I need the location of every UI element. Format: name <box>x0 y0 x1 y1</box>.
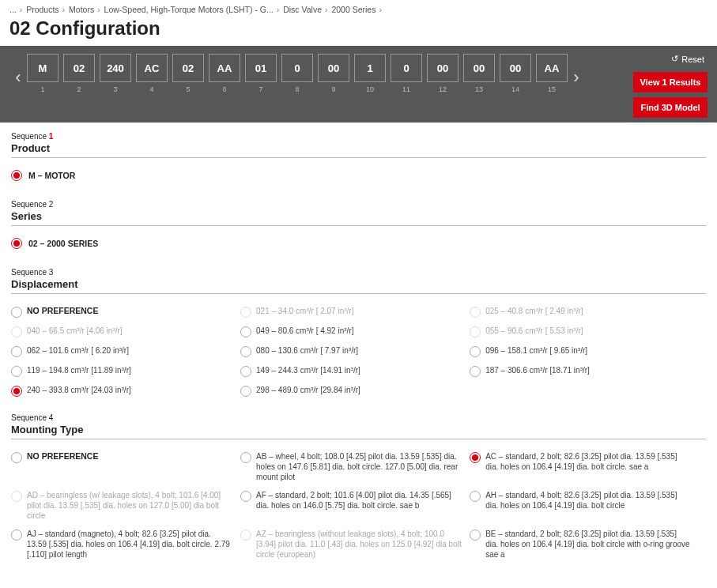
config-slot[interactable]: 110 <box>354 54 386 93</box>
prev-arrow[interactable]: ‹ <box>9 62 27 93</box>
chevron-right-icon: › <box>20 5 23 14</box>
displacement-option[interactable]: 119 – 194.8 cm³/r [11.89 in³/r] <box>11 361 240 381</box>
radio-icon <box>240 386 251 397</box>
option-label: 062 – 101.6 cm³/r [ 6.20 in³/r] <box>27 345 129 356</box>
slot-value: 00 <box>463 54 495 82</box>
mounting-option[interactable]: BE – standard, 2 bolt; 82.6 [3.25] pilot… <box>470 525 699 564</box>
config-slot[interactable]: 08 <box>281 54 313 93</box>
sequence-title: Product <box>11 142 706 158</box>
radio-icon <box>11 307 22 318</box>
breadcrumb-item[interactable]: ... <box>9 5 17 14</box>
mounting-option[interactable]: AH – standard, 4 bolt; 82.6 [3.25] pilot… <box>470 486 699 525</box>
radio-icon <box>470 346 481 357</box>
option-label: 049 – 80.6 cm³/r [ 4.92 in³/r] <box>256 326 353 336</box>
mounting-option[interactable]: AF – standard, 2 bolt; 101.6 [4.00] pilo… <box>240 486 470 525</box>
config-slot[interactable]: 025 <box>172 54 204 93</box>
slot-number: 10 <box>366 85 374 93</box>
config-slot[interactable]: 0014 <box>500 54 531 93</box>
reset-label: Reset <box>681 55 704 64</box>
displacement-option[interactable]: 049 – 80.6 cm³/r [ 4.92 in³/r] <box>240 322 470 341</box>
displacement-option[interactable]: 062 – 101.6 cm³/r [ 6.20 in³/r] <box>11 341 240 361</box>
radio-icon <box>11 170 22 181</box>
radio-icon <box>470 491 481 502</box>
option-label: AJ – standard (magneto), 4 bolt; 82.6 [3… <box>27 529 232 560</box>
mounting-option: AD – bearingless (w/ leakage slots), 4 b… <box>11 486 240 525</box>
slot-number: 9 <box>331 85 335 93</box>
slot-value: 0 <box>391 54 422 82</box>
displacement-option[interactable]: 149 – 244.3 cm³/r [14.91 in³/r] <box>240 361 470 381</box>
mounting-option[interactable]: AB – wheel, 4 bolt; 108.0 [4.25] pilot d… <box>240 447 470 486</box>
radio-icon <box>11 346 22 357</box>
sequence-title: Displacement <box>11 278 706 294</box>
displacement-option[interactable]: 240 – 393.8 cm³/r [24.03 in³/r] <box>11 381 240 401</box>
radio-icon <box>11 366 22 377</box>
radio-icon <box>240 530 251 541</box>
displacement-option[interactable]: 298 – 489.0 cm³/r [29.84 in³/r] <box>240 381 470 401</box>
breadcrumb-item[interactable]: Low-Speed, High-Torque Motors (LSHT) - G… <box>104 5 274 14</box>
slot-value: 1 <box>354 54 386 82</box>
breadcrumb-item[interactable]: Motors <box>69 5 94 14</box>
slot-value: 240 <box>100 54 131 82</box>
radio-icon <box>240 346 251 357</box>
option-label: AD – bearingless (w/ leakage slots), 4 b… <box>27 490 232 521</box>
config-slot[interactable]: 0013 <box>463 54 495 93</box>
sequence-label: Sequence 4 <box>11 413 706 422</box>
breadcrumb: ...› Products› Motors› Low-Speed, High-T… <box>0 0 717 16</box>
radio-icon <box>240 366 251 377</box>
config-slot[interactable]: 009 <box>318 54 349 93</box>
displacement-option[interactable]: 096 – 158.1 cm³/r [ 9.65 in³/r] <box>470 341 699 361</box>
option-m-motor[interactable]: M – MOTOR <box>11 166 706 187</box>
radio-icon <box>11 238 22 249</box>
option-label: AH – standard, 4 bolt; 82.6 [3.25] pilot… <box>485 490 691 511</box>
config-slot[interactable]: 011 <box>391 54 422 93</box>
config-slot[interactable]: AC4 <box>136 54 168 93</box>
slot-number: 5 <box>186 85 190 93</box>
displacement-option[interactable]: 187 – 306.6 cm³/r [18.71 in³/r] <box>470 361 699 381</box>
config-slot[interactable]: 2403 <box>100 54 131 93</box>
find-3d-model-button[interactable]: Find 3D Model <box>633 97 708 118</box>
displacement-option[interactable]: 080 – 130.6 cm³/r [ 7.97 in³/r] <box>240 341 470 361</box>
option-label: 240 – 393.8 cm³/r [24.03 in³/r] <box>27 385 131 395</box>
breadcrumb-item[interactable]: 2000 Series <box>331 5 375 14</box>
config-slot[interactable]: 017 <box>245 54 277 93</box>
slot-number: 1 <box>40 85 44 93</box>
next-arrow[interactable]: › <box>568 62 585 93</box>
mounting-option[interactable]: AJ – standard (magneto), 4 bolt; 82.6 [3… <box>11 525 240 564</box>
option-label: AF – standard, 2 bolt; 101.6 [4.00] pilo… <box>256 490 462 511</box>
slot-value: 01 <box>245 54 277 82</box>
config-slot[interactable]: 022 <box>63 54 95 93</box>
displacement-option: 040 – 66.5 cm³/r [4.06 in³/r] <box>11 322 240 341</box>
slot-number: 11 <box>402 85 410 93</box>
sequence-label: Sequence 3 <box>11 268 706 277</box>
slot-number: 14 <box>511 85 519 93</box>
reset-button[interactable]: ↺ Reset <box>633 54 708 67</box>
option-label: NO PREFERENCE <box>27 306 98 317</box>
config-slot[interactable]: 0012 <box>427 54 459 93</box>
breadcrumb-item[interactable]: Disc Valve <box>283 5 322 14</box>
option-no-preference[interactable]: NO PREFERENCE <box>11 447 240 486</box>
chevron-right-icon: › <box>325 5 328 14</box>
view-results-button[interactable]: View 1 Results <box>633 72 708 92</box>
mounting-option[interactable]: AC – standard, 2 bolt; 82.6 [3.25] pilot… <box>470 447 699 486</box>
chevron-right-icon: › <box>277 5 280 14</box>
slot-number: 6 <box>222 85 226 93</box>
sequence-3: Sequence 3 Displacement NO PREFERENCE 02… <box>0 258 717 404</box>
config-slot[interactable]: AA6 <box>209 54 240 93</box>
slot-number: 4 <box>149 85 153 93</box>
config-slot[interactable]: AA15 <box>536 54 568 93</box>
option-02-2000-series[interactable]: 02 – 2000 SERIES <box>11 234 706 255</box>
option-label: NO PREFERENCE <box>27 451 98 462</box>
radio-icon <box>240 326 251 337</box>
radio-icon <box>240 452 251 463</box>
radio-icon <box>470 326 481 337</box>
slot-value: 02 <box>63 54 95 82</box>
slot-value: AA <box>536 54 568 82</box>
page-title: 02 Configuration <box>0 16 717 46</box>
config-slot[interactable]: M1 <box>27 54 58 93</box>
slot-number: 2 <box>77 85 81 93</box>
option-no-preference[interactable]: NO PREFERENCE <box>11 302 240 322</box>
breadcrumb-item[interactable]: Products <box>26 5 58 14</box>
slot-value: 02 <box>172 54 204 82</box>
slot-value: AC <box>136 54 168 82</box>
slot-value: AA <box>209 54 240 82</box>
